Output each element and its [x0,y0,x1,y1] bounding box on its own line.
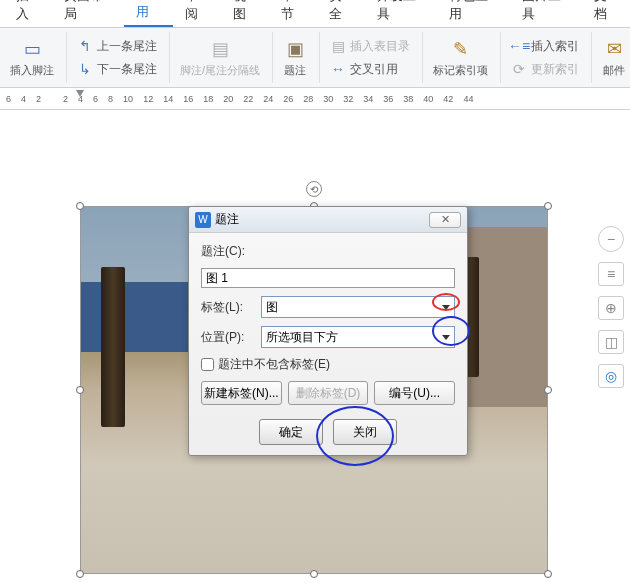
collapse-button[interactable]: − [598,226,624,252]
update-idx-button: ⟳ 更新索引 [507,59,583,80]
insert-idx-label: 插入索引 [531,38,579,55]
side-toolbar: − ≡ ⊕ ◫ ◎ [598,226,624,388]
tab-security[interactable]: 安全 [317,0,365,27]
next-icon: ↳ [77,61,93,77]
caption-icon: ▣ [283,37,307,61]
prev-endnote-label: 上一条尾注 [97,38,157,55]
fig-table-icon: ▤ [330,38,346,54]
insert-fig-table-button: ▤ 插入表目录 [326,36,414,57]
resize-handle-ml[interactable] [76,386,84,394]
cross-ref-label: 交叉引用 [350,61,398,78]
caption-button[interactable]: ▣ 题注 [279,35,311,80]
ribbon-tabs: 插入 页面布局 引用 审阅 视图 章节 安全 开发工具 特色应用 图片工具 文档 [0,0,630,28]
caption-label: 题注 [284,63,306,78]
zoom-icon[interactable]: ⊕ [598,296,624,320]
caption-field-label: 题注(C): [201,243,255,260]
tab-view[interactable]: 视图 [221,0,269,27]
cross-ref-button[interactable]: ↔ 交叉引用 [326,59,414,80]
document-page[interactable]: ⟲ − ≡ ⊕ ◫ ◎ W 题注 ✕ 题注(C): [0,110,630,586]
tab-picture-tools[interactable]: 图片工具 [510,0,582,27]
dialog-titlebar[interactable]: W 题注 ✕ [189,207,467,233]
dialog-close-icon[interactable]: ✕ [429,212,461,228]
app-logo-icon: W [195,212,211,228]
mark-idx-label: 标记索引项 [433,63,488,78]
insert-footnote-label: 插入脚注 [10,63,54,78]
tab-doc[interactable]: 文档 [582,0,630,27]
prev-icon: ↰ [77,38,93,54]
resize-handle-mr[interactable] [544,386,552,394]
insert-idx-button[interactable]: ←≡ 插入索引 [507,36,583,57]
sep-icon: ▤ [208,37,232,61]
prev-endnote-button[interactable]: ↰ 上一条尾注 [73,36,161,57]
position-select-value: 所选项目下方 [266,329,338,346]
next-endnote-label: 下一条尾注 [97,61,157,78]
ok-button[interactable]: 确定 [259,419,323,445]
label-field-label: 标签(L): [201,299,255,316]
chevron-down-icon [442,335,450,340]
resize-handle-bl[interactable] [76,570,84,578]
resize-handle-tl[interactable] [76,202,84,210]
rotate-icon[interactable]: ◎ [598,364,624,388]
insert-footnote-button[interactable]: ▭ 插入脚注 [6,35,58,80]
resize-handle-tr[interactable] [544,202,552,210]
delete-label-button: 删除标签(D) [288,381,369,405]
update-idx-label: 更新索引 [531,61,579,78]
footnote-sep-button: ▤ 脚注/尾注分隔线 [176,35,264,80]
label-select[interactable]: 图 [261,296,455,318]
document-canvas: ⟲ − ≡ ⊕ ◫ ◎ W 题注 ✕ 题注(C): [0,110,630,586]
ruler-indent-marker[interactable] [76,90,84,97]
numbering-button[interactable]: 编号(U)... [374,381,455,405]
tab-insert[interactable]: 插入 [4,0,52,27]
dialog-title: 题注 [215,211,239,228]
crop-icon[interactable]: ◫ [598,330,624,354]
mark-idx-button[interactable]: ✎ 标记索引项 [429,35,492,80]
tab-page-layout[interactable]: 页面布局 [52,0,124,27]
mail-button[interactable]: ✉ 邮件 [598,35,630,80]
caption-input[interactable] [201,268,455,288]
position-field-label: 位置(P): [201,329,255,346]
tab-references[interactable]: 引用 [124,0,172,27]
insert-idx-icon: ←≡ [511,38,527,54]
mail-icon: ✉ [602,37,626,61]
tab-dev-tools[interactable]: 开发工具 [365,0,437,27]
ribbon: ▭ 插入脚注 ↰ 上一条尾注 ↳ 下一条尾注 ▤ 脚注/尾注分隔线 ▣ 题注 ▤… [0,28,630,88]
next-endnote-button[interactable]: ↳ 下一条尾注 [73,59,161,80]
cross-ref-icon: ↔ [330,61,346,77]
label-select-value: 图 [266,299,278,316]
exclude-label-text: 题注中不包含标签(E) [218,356,330,373]
mail-label: 邮件 [603,63,625,78]
mark-idx-icon: ✎ [449,37,473,61]
insert-fig-table-label: 插入表目录 [350,38,410,55]
position-select[interactable]: 所选项目下方 [261,326,455,348]
caption-dialog: W 题注 ✕ 题注(C): 标签(L): 图 [188,206,468,456]
rotate-handle[interactable]: ⟲ [306,181,322,197]
footnote-sep-label: 脚注/尾注分隔线 [180,63,260,78]
cancel-button[interactable]: 关闭 [333,419,397,445]
new-label-button[interactable]: 新建标签(N)... [201,381,282,405]
ruler: 6422468101214161820222426283032343638404… [0,88,630,110]
tab-section[interactable]: 章节 [269,0,317,27]
tab-review[interactable]: 审阅 [173,0,221,27]
chevron-down-icon [442,305,450,310]
resize-handle-bm[interactable] [310,570,318,578]
update-idx-icon: ⟳ [511,61,527,77]
align-icon[interactable]: ≡ [598,262,624,286]
tab-special[interactable]: 特色应用 [437,0,509,27]
resize-handle-br[interactable] [544,570,552,578]
exclude-label-checkbox[interactable] [201,358,214,371]
footnote-icon: ▭ [20,37,44,61]
